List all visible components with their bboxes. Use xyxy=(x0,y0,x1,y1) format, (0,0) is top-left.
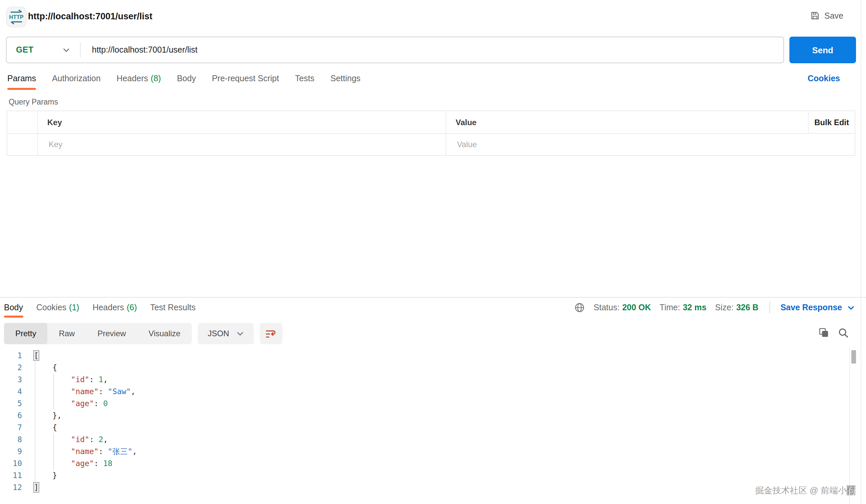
response-meta: Status: 200 OK Time: 32 ms Size: 326 B S… xyxy=(574,302,855,314)
response-view-toolbar: PrettyRawPreviewVisualize JSON xyxy=(4,323,282,344)
code-token: "name" xyxy=(71,387,99,396)
tab-authorization[interactable]: Authorization xyxy=(52,67,101,90)
send-button[interactable]: Send xyxy=(789,37,856,63)
code-text: { xyxy=(34,422,57,434)
code-line: 9 "name": "张三", xyxy=(0,445,850,457)
cookies-link[interactable]: Cookies xyxy=(808,74,866,83)
line-number: 11 xyxy=(0,469,22,481)
resp-tab-test-results[interactable]: Test Results xyxy=(150,298,196,317)
resp-tab-body[interactable]: Body xyxy=(4,298,23,317)
code-token: "age" xyxy=(71,399,94,408)
view-mode-preview[interactable]: Preview xyxy=(86,323,137,344)
code-token: 0 xyxy=(103,399,108,408)
chevron-down-icon xyxy=(847,305,855,310)
code-text: }, xyxy=(34,410,62,422)
code-scrollbar-thumb[interactable] xyxy=(851,350,856,363)
param-key-input[interactable] xyxy=(47,139,446,150)
row-handle-column-header xyxy=(7,111,38,133)
view-mode-pretty[interactable]: Pretty xyxy=(4,323,48,344)
tab-label: Body xyxy=(4,303,23,312)
code-token: 1 xyxy=(99,375,103,384)
value-column-header: Value xyxy=(446,111,808,133)
code-token: 2 xyxy=(99,435,103,444)
meta-divider xyxy=(769,302,770,314)
tab-label: Headers xyxy=(116,74,148,83)
resp-tab-cookies[interactable]: Cookies(1) xyxy=(36,298,79,317)
line-number: 6 xyxy=(0,410,22,422)
save-response-label: Save Response xyxy=(780,303,842,312)
code-token xyxy=(34,435,71,444)
chevron-down-icon xyxy=(63,48,70,52)
line-number: 1 xyxy=(0,349,22,361)
chevron-down-icon xyxy=(236,331,244,336)
indent-guide xyxy=(53,434,54,469)
url-input[interactable]: http://localhost:7001/user/list xyxy=(81,45,784,55)
line-number: 7 xyxy=(0,422,22,434)
wrap-lines-button[interactable] xyxy=(260,323,282,344)
code-token: { xyxy=(34,363,57,372)
line-number: 8 xyxy=(0,434,22,445)
request-tabs-list: ParamsAuthorizationHeaders(8)BodyPre-req… xyxy=(7,67,360,90)
query-params-header-row: Key Value Bulk Edit xyxy=(7,111,855,134)
tab-settings[interactable]: Settings xyxy=(330,67,360,90)
globe-icon[interactable] xyxy=(574,302,585,313)
code-token: }, xyxy=(34,411,62,420)
floppy-save-icon xyxy=(810,11,820,21)
code-text: "name": "张三", xyxy=(34,445,137,457)
response-body-code[interactable]: 1[2 {3 "id": 1,4 "name": "Saw",5 "age": … xyxy=(0,349,850,504)
tab-label: Preview xyxy=(98,329,126,338)
code-text: "age": 18 xyxy=(34,457,112,469)
code-line: 4 "name": "Saw", xyxy=(0,385,850,397)
code-token xyxy=(34,399,71,408)
code-scrollbar-track[interactable] xyxy=(850,348,861,504)
tab-pre-request-script[interactable]: Pre-request Script xyxy=(212,67,279,90)
response-tabs-row: BodyCookies(1)Headers(6)Test Results Sta… xyxy=(4,298,855,317)
code-text: "name": "Saw", xyxy=(34,385,135,397)
view-mode-segmented-control: PrettyRawPreviewVisualize xyxy=(4,323,192,344)
tab-label: Authorization xyxy=(52,74,101,83)
watermark-last-char: 付 xyxy=(847,485,855,495)
code-token: "id" xyxy=(71,435,89,444)
code-token: , xyxy=(103,435,108,444)
code-text: [ xyxy=(34,349,38,361)
status-badge: Status: 200 OK xyxy=(593,303,651,312)
bracket-match-highlight: ] xyxy=(34,483,38,492)
search-icon[interactable] xyxy=(838,327,849,338)
tab-label: Raw xyxy=(59,329,75,338)
code-token: "name" xyxy=(71,447,99,456)
code-text: "age": 0 xyxy=(34,397,108,410)
send-button-label: Send xyxy=(812,45,833,55)
code-token: , xyxy=(131,387,135,396)
save-button[interactable]: Save xyxy=(810,11,843,21)
code-line: 6 }, xyxy=(0,410,850,422)
method-dropdown[interactable]: GET xyxy=(7,45,80,55)
code-line: 11 } xyxy=(0,469,850,481)
tab-tests[interactable]: Tests xyxy=(295,67,314,90)
code-token: } xyxy=(34,471,57,480)
resp-tab-headers[interactable]: Headers(6) xyxy=(92,298,137,317)
time-badge: Time: 32 ms xyxy=(659,303,707,312)
line-number: 5 xyxy=(0,397,22,410)
code-token: "张三" xyxy=(108,447,133,456)
tab-headers[interactable]: Headers(8) xyxy=(116,67,161,90)
copy-icon[interactable] xyxy=(818,327,829,338)
code-token: { xyxy=(34,423,57,432)
http-logo-text: HTTP xyxy=(9,14,24,20)
row-handle-cell xyxy=(7,134,38,155)
view-mode-raw[interactable]: Raw xyxy=(48,323,86,344)
view-mode-visualize[interactable]: Visualize xyxy=(137,323,192,344)
bulk-edit-button[interactable]: Bulk Edit xyxy=(808,111,855,133)
format-dropdown[interactable]: JSON xyxy=(198,323,254,344)
code-token xyxy=(34,387,71,396)
tab-count-badge: (8) xyxy=(151,74,161,83)
code-line: 5 "age": 0 xyxy=(0,397,850,410)
tab-params[interactable]: Params xyxy=(7,67,36,90)
code-token xyxy=(34,447,71,456)
http-request-logo-icon: HTTP xyxy=(6,7,27,27)
save-button-label: Save xyxy=(824,11,843,20)
code-lines: 1[2 {3 "id": 1,4 "name": "Saw",5 "age": … xyxy=(0,349,850,493)
watermark-text: 掘金技术社区 @ 前端小 xyxy=(755,485,847,495)
param-value-input[interactable] xyxy=(456,139,808,150)
save-response-button[interactable]: Save Response xyxy=(780,303,855,312)
tab-body[interactable]: Body xyxy=(177,67,196,90)
